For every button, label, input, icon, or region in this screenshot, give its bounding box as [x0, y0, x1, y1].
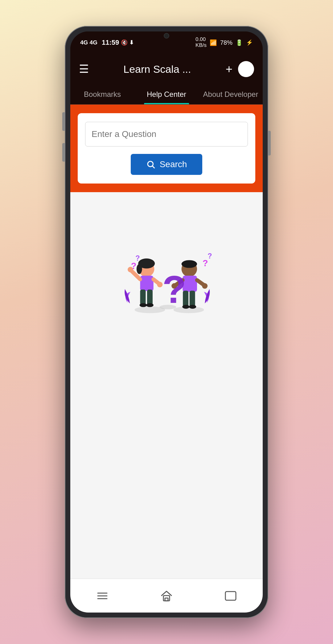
search-button[interactable]: Search [131, 154, 203, 175]
svg-text:?: ? [208, 252, 212, 260]
svg-text:?: ? [135, 254, 140, 262]
status-left: 4G 4G 11:59 🔇 ⬇ [80, 39, 134, 47]
search-card: Search [78, 113, 255, 184]
svg-point-16 [146, 303, 153, 307]
help-illustration: ? ? ? ? ? [111, 223, 222, 322]
status-right: 0.00KB/s 📶 78% 🔋 ⚡ [195, 37, 253, 48]
hamburger-menu-icon[interactable]: ☰ [79, 63, 89, 76]
question-input[interactable] [85, 122, 248, 147]
nav-home-button[interactable] [154, 587, 179, 605]
illustration-svg: ? ? ? ? ? [111, 223, 222, 322]
svg-rect-13 [140, 290, 146, 305]
status-time: 11:59 [102, 39, 119, 47]
tab-bar: Bookmarks Help Center About Developer [70, 85, 263, 105]
search-icon [146, 160, 155, 169]
svg-point-27 [189, 305, 196, 309]
bottom-nav [70, 579, 263, 613]
charging-icon: ⚡ [246, 39, 253, 46]
svg-text:?: ? [162, 268, 186, 311]
tab-help-center[interactable]: Help Center [134, 85, 199, 104]
camera [164, 33, 169, 39]
content-area: ? ? ? ? ? [70, 192, 263, 579]
svg-line-22 [197, 280, 204, 285]
battery-text: 78% [220, 39, 232, 46]
nav-menu-button[interactable] [90, 587, 115, 605]
menu-icon [97, 591, 108, 601]
svg-text:?: ? [131, 261, 137, 271]
nav-back-button[interactable] [218, 587, 243, 605]
signal-icon: 4G 4G [80, 39, 97, 46]
svg-rect-8 [140, 276, 154, 291]
svg-rect-38 [225, 592, 236, 600]
search-button-label: Search [160, 159, 187, 169]
svg-point-7 [137, 264, 142, 274]
svg-point-12 [157, 282, 162, 287]
svg-rect-37 [165, 598, 168, 601]
app-title: Learn Scala ... [94, 63, 221, 75]
tab-about-developer[interactable]: About Developer [199, 85, 263, 104]
wifi-icon: 📶 [210, 39, 217, 46]
tab-bookmarks[interactable]: Bookmarks [70, 85, 134, 104]
notch [153, 31, 180, 40]
top-bar: ☰ Learn Scala ... + [70, 54, 263, 85]
data-speed: 0.00KB/s [195, 37, 207, 48]
extra-icons: 🔇 ⬇ [121, 39, 134, 46]
phone-screen: 4G 4G 11:59 🔇 ⬇ 0.00KB/s 📶 78% 🔋 ⚡ ☰ Lea… [70, 31, 263, 613]
svg-point-0 [148, 161, 153, 167]
svg-point-18 [182, 260, 197, 268]
svg-rect-14 [147, 290, 153, 305]
avatar[interactable] [238, 61, 254, 77]
phone-frame: 4G 4G 11:59 🔇 ⬇ 0.00KB/s 📶 78% 🔋 ⚡ ☰ Lea… [65, 26, 268, 618]
battery-icon: 🔋 [236, 39, 243, 46]
svg-point-15 [140, 303, 147, 307]
svg-line-1 [152, 166, 154, 168]
back-icon [224, 591, 237, 601]
svg-point-23 [202, 283, 208, 289]
svg-text:?: ? [203, 258, 208, 268]
search-section: Search [70, 105, 263, 192]
top-bar-actions: + [226, 61, 254, 77]
home-icon [160, 590, 173, 602]
add-button[interactable]: + [226, 63, 232, 76]
svg-rect-25 [190, 291, 195, 307]
